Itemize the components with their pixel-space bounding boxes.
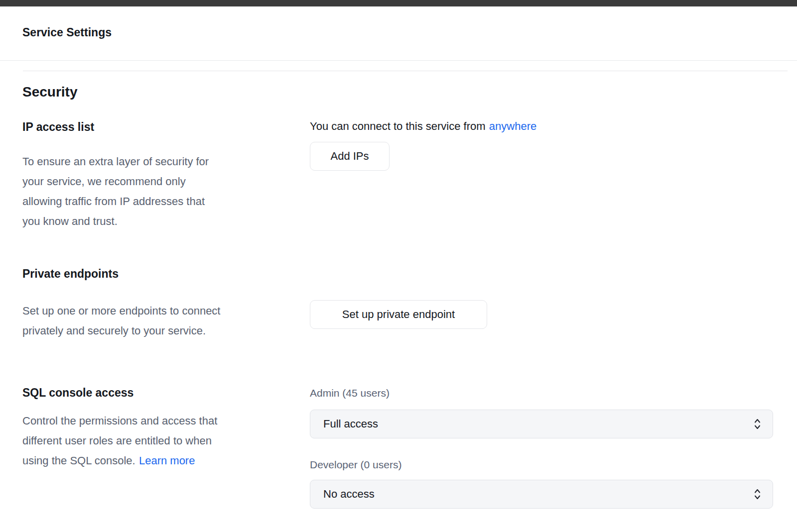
window-top-bar bbox=[0, 0, 797, 6]
add-ips-button[interactable]: Add IPs bbox=[310, 142, 390, 171]
section-title-security: Security bbox=[22, 84, 78, 101]
admin-role-label: Admin (45 users) bbox=[310, 387, 390, 399]
ip-access-list-description: To ensure an extra layer of security for… bbox=[22, 152, 311, 231]
admin-access-selected-value: Full access bbox=[323, 418, 378, 430]
private-endpoints-description: Set up one or more endpoints to connect … bbox=[22, 301, 311, 341]
private-endpoints-title: Private endpoints bbox=[22, 267, 119, 281]
connect-status-line: You can connect to this service fromanyw… bbox=[310, 119, 536, 133]
setup-private-endpoint-button[interactable]: Set up private endpoint bbox=[310, 300, 487, 329]
developer-access-select[interactable]: No access bbox=[310, 480, 773, 509]
sql-console-access-title: SQL console access bbox=[22, 386, 133, 400]
chevron-up-down-icon bbox=[753, 418, 762, 431]
chevron-up-down-icon bbox=[753, 488, 762, 501]
learn-more-link[interactable]: Learn more bbox=[139, 454, 195, 467]
anywhere-link[interactable]: anywhere bbox=[489, 120, 536, 132]
connect-status-text: You can connect to this service from bbox=[310, 120, 486, 132]
developer-role-label: Developer (0 users) bbox=[310, 458, 401, 471]
ip-access-list-title: IP access list bbox=[22, 120, 94, 134]
header-divider bbox=[0, 60, 797, 61]
service-settings-page: Service Settings Security IP access list… bbox=[0, 0, 797, 532]
page-title: Service Settings bbox=[22, 25, 112, 40]
section-divider bbox=[23, 71, 788, 71]
developer-access-selected-value: No access bbox=[323, 488, 375, 501]
sql-console-access-description: Control the permissions and access that … bbox=[22, 411, 311, 471]
admin-access-select[interactable]: Full access bbox=[310, 410, 773, 438]
